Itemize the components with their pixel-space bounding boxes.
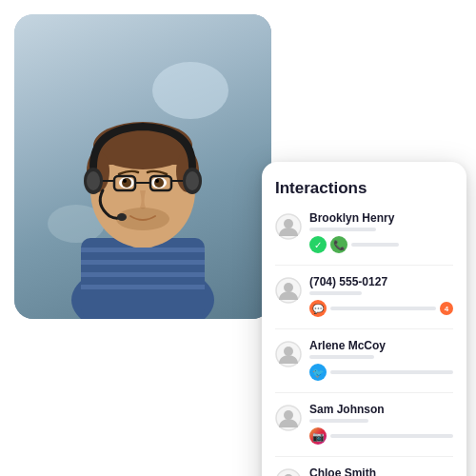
contact-info: Arlene McCoy 🐦 bbox=[309, 339, 453, 381]
svg-point-0 bbox=[152, 62, 228, 119]
svg-rect-4 bbox=[81, 248, 205, 252]
avatar-icon bbox=[275, 405, 302, 431]
contact-icons: 🐦 bbox=[309, 364, 453, 381]
divider bbox=[275, 456, 453, 457]
contact-bar bbox=[309, 355, 374, 359]
contact-item[interactable]: Arlene McCoy 🐦 bbox=[275, 339, 453, 381]
divider bbox=[275, 392, 453, 393]
svg-point-18 bbox=[123, 179, 127, 183]
contact-info: (704) 555-0127 💬 4 bbox=[309, 275, 453, 317]
extra-bar bbox=[330, 307, 436, 310]
svg-rect-5 bbox=[81, 260, 205, 265]
chat-icon: 💬 bbox=[309, 300, 327, 317]
scene: Interactions Brooklyn Henry ✓ 📞 bbox=[0, 0, 476, 476]
avatar-icon bbox=[275, 468, 302, 476]
contact-item[interactable]: (704) 555-0127 💬 4 bbox=[275, 275, 453, 317]
contact-icons: 💬 4 bbox=[309, 300, 453, 317]
photo-card bbox=[14, 14, 271, 319]
contact-item[interactable]: Chloe Smith ✓ bbox=[275, 466, 453, 476]
contact-name: Brooklyn Henry bbox=[309, 211, 453, 225]
svg-point-30 bbox=[117, 213, 127, 221]
card-title: Interactions bbox=[275, 179, 453, 198]
contact-item[interactable]: Sam Johnson 📷 bbox=[275, 403, 453, 445]
contact-name: Sam Johnson bbox=[309, 403, 453, 416]
avatar-icon bbox=[275, 341, 302, 367]
svg-rect-6 bbox=[81, 272, 205, 277]
contact-name: Arlene McCoy bbox=[309, 339, 453, 352]
contact-info: Brooklyn Henry ✓ 📞 bbox=[309, 211, 453, 253]
divider bbox=[275, 265, 453, 266]
svg-point-19 bbox=[155, 179, 159, 183]
svg-point-38 bbox=[284, 410, 293, 420]
extra-bar bbox=[330, 434, 453, 438]
contact-bar bbox=[309, 291, 362, 295]
whatsapp-icon: ✓ bbox=[309, 236, 327, 253]
svg-point-36 bbox=[284, 347, 293, 356]
interactions-card: Interactions Brooklyn Henry ✓ 📞 bbox=[262, 162, 466, 476]
extra-bar bbox=[330, 370, 453, 374]
avatar-icon bbox=[275, 277, 302, 304]
instagram-icon: 📷 bbox=[309, 427, 327, 445]
contact-item[interactable]: Brooklyn Henry ✓ 📞 bbox=[275, 211, 453, 253]
contact-info: Sam Johnson 📷 bbox=[309, 403, 453, 445]
svg-rect-7 bbox=[81, 285, 205, 289]
contact-info: Chloe Smith ✓ bbox=[309, 466, 453, 476]
contact-name: (704) 555-0127 bbox=[309, 275, 453, 288]
svg-point-29 bbox=[186, 171, 199, 190]
svg-point-32 bbox=[284, 219, 293, 228]
svg-point-16 bbox=[122, 178, 131, 188]
twitter-icon: 🐦 bbox=[309, 364, 327, 381]
contact-icons: ✓ 📞 bbox=[309, 236, 453, 253]
avatar-icon bbox=[275, 213, 302, 240]
contact-bar bbox=[309, 419, 368, 423]
contact-icons: 📷 bbox=[309, 427, 453, 445]
notification-badge: 4 bbox=[440, 302, 453, 315]
contact-name: Chloe Smith bbox=[309, 466, 453, 476]
divider bbox=[275, 328, 453, 329]
svg-point-17 bbox=[154, 178, 164, 188]
extra-bar bbox=[351, 243, 399, 247]
person-illustration bbox=[14, 14, 271, 319]
phone-icon: 📞 bbox=[330, 236, 347, 253]
svg-point-27 bbox=[87, 171, 100, 190]
contact-bar bbox=[309, 228, 376, 231]
svg-point-34 bbox=[284, 283, 293, 292]
